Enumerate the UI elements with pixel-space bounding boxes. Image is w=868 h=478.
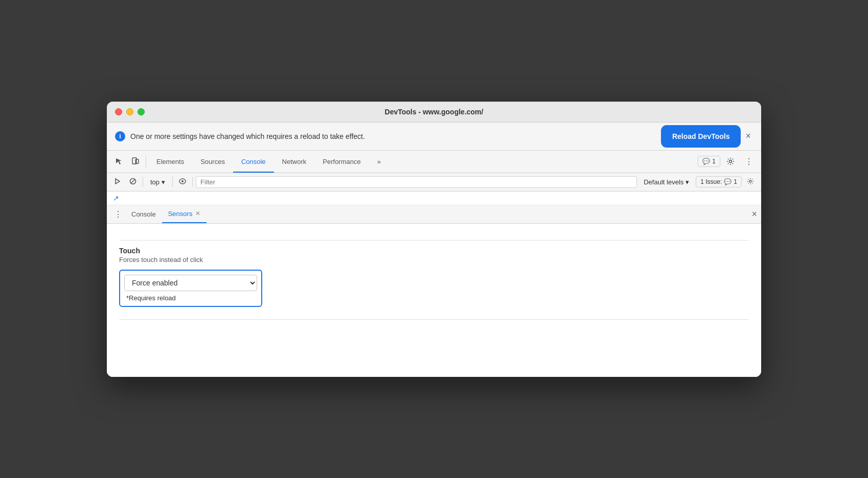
minimize-button[interactable] bbox=[126, 108, 133, 115]
levels-dropdown-icon: ▾ bbox=[686, 178, 689, 186]
svg-marker-3 bbox=[116, 179, 120, 184]
requires-reload-text: *Requires reload bbox=[124, 294, 257, 302]
drawer-menu-button[interactable]: ⋮ bbox=[111, 207, 125, 221]
info-icon: i bbox=[115, 131, 125, 141]
touch-section-desc: Forces touch instead of click bbox=[119, 256, 749, 264]
tab-performance[interactable]: Performance bbox=[314, 150, 369, 173]
tab-navigation: Elements Sources Console Network Perform… bbox=[148, 150, 698, 173]
issues-badge[interactable]: 💬 1 bbox=[698, 156, 720, 167]
block-requests-button[interactable] bbox=[126, 176, 140, 188]
touch-selector-container: Force enabled Device-based Disabled *Req… bbox=[119, 270, 262, 307]
notification-close-button[interactable]: × bbox=[743, 131, 753, 141]
block-icon bbox=[129, 178, 136, 185]
default-levels-button[interactable]: Default levels ▾ bbox=[639, 176, 694, 188]
toolbar-right: 💬 1 ⋮ bbox=[698, 154, 757, 170]
issue-count-label: 1 Issue: bbox=[700, 178, 722, 185]
svg-point-8 bbox=[749, 180, 751, 182]
tab-elements[interactable]: Elements bbox=[148, 150, 192, 173]
console-divider-3 bbox=[192, 177, 193, 187]
drawer-close-button[interactable]: × bbox=[751, 209, 757, 220]
gear-icon bbox=[726, 157, 735, 165]
settings-button[interactable] bbox=[722, 154, 739, 169]
bottom-rule bbox=[119, 319, 749, 320]
drawer-tabs: ⋮ Console Sensors ✕ × bbox=[107, 205, 761, 224]
console-gear-icon bbox=[747, 178, 754, 185]
console-divider-2 bbox=[172, 177, 173, 187]
filter-input[interactable] bbox=[196, 176, 637, 188]
console-badge-icon: 💬 bbox=[724, 178, 732, 185]
badge-icon: 💬 bbox=[702, 158, 710, 165]
drawer-tab-console[interactable]: Console bbox=[125, 205, 162, 223]
main-toolbar: Elements Sources Console Network Perform… bbox=[107, 151, 761, 173]
svg-point-7 bbox=[181, 180, 184, 182]
console-settings-button[interactable] bbox=[744, 176, 757, 188]
badge-count: 1 bbox=[712, 158, 716, 165]
console-issues-badge[interactable]: 1 Issue: 💬 1 bbox=[696, 176, 742, 187]
reload-devtools-button[interactable]: Reload DevTools bbox=[664, 128, 739, 145]
context-label: top bbox=[150, 178, 159, 186]
devtools-window: DevTools - www.google.com/ i One or more… bbox=[107, 102, 761, 377]
window-title: DevTools - www.google.com/ bbox=[385, 108, 484, 116]
play-icon bbox=[114, 178, 121, 185]
tab-more[interactable]: » bbox=[369, 150, 389, 173]
device-toggle-button[interactable] bbox=[127, 154, 144, 169]
sensors-panel: Touch Forces touch instead of click Forc… bbox=[107, 224, 761, 377]
tab-console[interactable]: Console bbox=[233, 150, 274, 173]
notification-message: One or more settings have changed which … bbox=[130, 132, 658, 140]
drawer-tab-sensors[interactable]: Sensors ✕ bbox=[162, 205, 207, 223]
maximize-button[interactable] bbox=[138, 108, 145, 115]
notification-bar: i One or more settings have changed whic… bbox=[107, 123, 761, 151]
more-options-button[interactable]: ⋮ bbox=[741, 154, 757, 170]
touch-mode-select[interactable]: Force enabled Device-based Disabled bbox=[124, 275, 257, 291]
console-badge-num: 1 bbox=[734, 178, 737, 185]
touch-section-title: Touch bbox=[119, 247, 749, 255]
svg-point-2 bbox=[729, 160, 732, 163]
bottom-panel: ⋮ Console Sensors ✕ × Touch Forces touch… bbox=[107, 205, 761, 377]
touch-section: Touch Forces touch instead of click Forc… bbox=[119, 247, 749, 307]
top-rule bbox=[119, 240, 749, 241]
clear-console-button[interactable] bbox=[111, 176, 124, 188]
default-levels-label: Default levels bbox=[644, 178, 683, 186]
inspect-element-button[interactable] bbox=[111, 154, 127, 169]
title-bar: DevTools - www.google.com/ bbox=[107, 102, 761, 123]
tab-network[interactable]: Network bbox=[274, 150, 315, 173]
close-button[interactable] bbox=[115, 108, 122, 115]
dropdown-arrow-icon: ▾ bbox=[162, 178, 165, 186]
eye-button[interactable] bbox=[176, 176, 189, 188]
cursor-indicator-icon: ↗ bbox=[113, 194, 119, 202]
context-selector[interactable]: top ▾ bbox=[146, 177, 169, 187]
sensors-tab-close-icon[interactable]: ✕ bbox=[195, 210, 200, 217]
console-divider-1 bbox=[143, 177, 143, 187]
cursor-indicator-bar: ↗ bbox=[107, 192, 761, 205]
device-icon bbox=[131, 157, 140, 165]
cursor-icon bbox=[115, 157, 123, 165]
toolbar-divider bbox=[146, 155, 146, 168]
vertical-dots-icon: ⋮ bbox=[745, 157, 753, 166]
svg-line-5 bbox=[131, 179, 135, 183]
tab-sources[interactable]: Sources bbox=[192, 150, 233, 173]
svg-rect-1 bbox=[135, 159, 139, 163]
console-toolbar: top ▾ Default levels ▾ 1 Issue: 💬 1 bbox=[107, 173, 761, 192]
traffic-lights bbox=[115, 108, 145, 115]
eye-icon bbox=[179, 178, 186, 184]
